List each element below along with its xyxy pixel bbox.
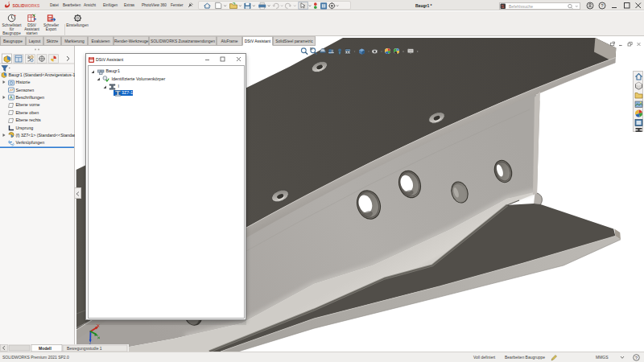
svg-text:S: S [502,4,505,9]
svg-text:?: ? [635,356,638,360]
svg-text:SOLIDWORKS: SOLIDWORKS [13,4,40,8]
svg-text:Befehlssuche: Befehlssuche [509,3,533,8]
svg-text:?: ? [601,2,604,8]
svg-text:A: A [10,95,13,100]
